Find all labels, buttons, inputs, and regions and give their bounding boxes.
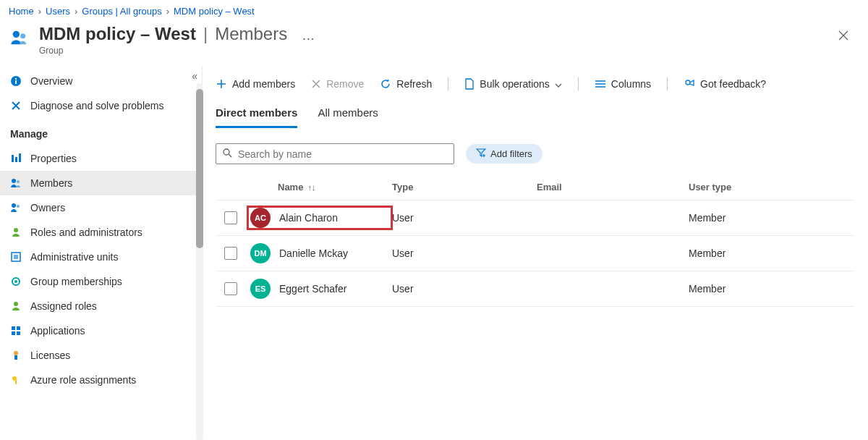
more-actions-icon[interactable]: … <box>302 27 315 44</box>
tab-all-members[interactable]: All members <box>318 102 378 128</box>
sidebar-item-overview[interactable]: Overview <box>0 69 202 93</box>
name-cell[interactable]: ACAlain Charon <box>247 206 392 229</box>
breadcrumb-groups[interactable]: Groups | All groups <box>82 6 161 17</box>
svg-point-1 <box>20 33 25 38</box>
breadcrumb-current[interactable]: MDM policy – West <box>174 6 255 17</box>
x-icon <box>311 79 321 89</box>
sidebar-item-azure-role[interactable]: Azure role assignments <box>0 368 202 392</box>
sidebar-item-licenses[interactable]: Licenses <box>0 343 202 368</box>
toolbar-label: Remove <box>326 78 364 90</box>
member-user-type: Member <box>689 212 804 224</box>
svg-rect-4 <box>15 78 17 80</box>
sidebar-item-label: Azure role assignments <box>30 374 136 386</box>
sidebar-item-members[interactable]: Members <box>0 171 202 195</box>
column-header-user-type[interactable]: User type <box>689 182 804 192</box>
breadcrumb-home[interactable]: Home <box>9 6 34 17</box>
sidebar-item-diagnose[interactable]: Diagnose and solve problems <box>0 93 202 118</box>
svg-point-17 <box>14 302 18 306</box>
feedback-button[interactable]: Got feedback? <box>684 78 766 90</box>
main-content: Add members Remove Refresh Bulk operatio <box>203 66 868 440</box>
members-icon <box>10 177 22 189</box>
search-box[interactable] <box>216 143 454 164</box>
bulk-operations-button[interactable]: Bulk operations <box>464 78 562 90</box>
sidebar-item-owners[interactable]: Owners <box>0 195 202 220</box>
chevron-down-icon <box>555 78 562 90</box>
sidebar-item-label: Members <box>30 177 72 189</box>
sidebar-item-roles[interactable]: Roles and administrators <box>0 220 202 245</box>
page-section: Members <box>215 24 287 44</box>
add-members-button[interactable]: Add members <box>216 78 295 90</box>
assigned-roles-icon <box>10 300 22 312</box>
row-checkbox[interactable] <box>224 282 237 295</box>
licenses-icon <box>10 350 22 361</box>
member-type: User <box>392 248 537 259</box>
sidebar-item-applications[interactable]: Applications <box>0 318 202 343</box>
avatar: ES <box>250 279 271 299</box>
row-checkbox[interactable] <box>224 211 237 224</box>
plus-icon <box>216 78 227 90</box>
collapse-sidebar-icon[interactable]: « <box>192 70 197 82</box>
table-header: Name ↑↓ Type Email User type <box>216 176 855 200</box>
refresh-button[interactable]: Refresh <box>380 78 432 90</box>
columns-icon <box>595 80 606 88</box>
remove-button: Remove <box>311 78 364 90</box>
sort-icon: ↑↓ <box>307 183 315 192</box>
svg-rect-6 <box>15 157 17 162</box>
toolbar-divider <box>578 77 579 90</box>
sidebar-item-group-memberships[interactable]: Group memberships <box>0 269 202 294</box>
admin-units-icon <box>10 251 22 263</box>
table-row[interactable]: ESEggert SchaferUserMember <box>216 271 855 307</box>
table-row[interactable]: ACAlain CharonUserMember <box>216 200 855 235</box>
member-name: Alain Charon <box>279 212 338 224</box>
info-icon <box>10 75 22 87</box>
column-header-email[interactable]: Email <box>537 182 689 192</box>
breadcrumb-users[interactable]: Users <box>46 6 70 17</box>
column-header-type[interactable]: Type <box>392 182 537 192</box>
refresh-icon <box>380 78 391 90</box>
sidebar-heading-manage: Manage <box>0 118 202 146</box>
svg-rect-20 <box>12 331 15 335</box>
avatar: AC <box>250 208 271 228</box>
svg-rect-23 <box>14 355 17 360</box>
title-separator: | <box>203 24 208 44</box>
sidebar-item-properties[interactable]: Properties <box>0 146 202 171</box>
svg-point-9 <box>17 180 20 183</box>
sidebar-item-assigned-roles[interactable]: Assigned roles <box>0 294 202 318</box>
breadcrumb: Home › Users › Groups | All groups › MDM… <box>0 0 868 20</box>
scrollbar-thumb[interactable] <box>196 89 203 248</box>
svg-point-26 <box>686 80 690 85</box>
page-title: MDM policy – West <box>39 24 196 44</box>
add-filters-button[interactable]: Add filters <box>466 144 542 164</box>
toolbar-label: Bulk operations <box>480 78 550 90</box>
document-icon <box>464 78 475 90</box>
table-row[interactable]: DMDanielle MckayUserMember <box>216 235 855 271</box>
sidebar-item-admin-units[interactable]: Administrative units <box>0 245 202 269</box>
tab-direct-members[interactable]: Direct members <box>216 102 297 128</box>
svg-rect-5 <box>12 155 14 162</box>
row-checkbox[interactable] <box>224 247 237 260</box>
sidebar-item-label: Owners <box>30 202 65 213</box>
svg-rect-14 <box>14 255 18 259</box>
toolbar: Add members Remove Refresh Bulk operatio <box>216 72 855 102</box>
search-icon <box>222 148 232 160</box>
close-icon[interactable] <box>833 25 854 46</box>
sidebar-item-label: Administrative units <box>30 251 118 263</box>
name-cell[interactable]: ESEggert Schafer <box>247 277 392 300</box>
owners-icon <box>10 202 22 213</box>
sidebar-item-label: Diagnose and solve problems <box>30 100 163 111</box>
member-name: Eggert Schafer <box>279 283 346 295</box>
search-input[interactable] <box>238 148 448 160</box>
column-header-name[interactable]: Name ↑↓ <box>247 182 392 192</box>
svg-point-11 <box>17 205 20 208</box>
svg-rect-18 <box>12 326 15 330</box>
svg-rect-25 <box>15 380 17 384</box>
sidebar: « Overview Diagnose and solve problems M… <box>0 66 203 440</box>
sidebar-item-label: Overview <box>30 75 72 87</box>
diagnose-icon <box>10 100 22 111</box>
name-cell[interactable]: DMDanielle Mckay <box>247 242 392 265</box>
member-name: Danielle Mckay <box>279 248 348 259</box>
toolbar-label: Add members <box>232 78 295 90</box>
member-user-type: Member <box>689 283 804 295</box>
svg-point-27 <box>224 149 229 155</box>
columns-button[interactable]: Columns <box>595 78 651 90</box>
